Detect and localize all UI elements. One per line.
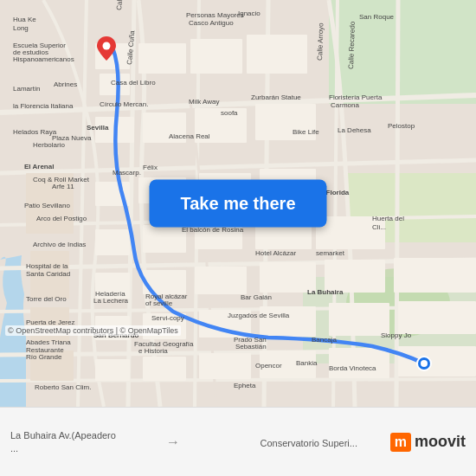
svg-text:Sebastián: Sebastián [235, 343, 267, 351]
svg-text:Hispanoamericanos: Hispanoamericanos [13, 55, 74, 63]
svg-point-134 [103, 42, 111, 50]
svg-text:Opencor: Opencor [255, 362, 282, 370]
svg-rect-22 [247, 35, 307, 74]
svg-text:Herbolario: Herbolario [33, 141, 65, 149]
svg-text:Pelostop: Pelostop [388, 122, 415, 130]
svg-text:Servi-copy: Servi-copy [151, 314, 184, 322]
svg-text:Zurbarán Statue: Zurbarán Statue [251, 93, 301, 101]
svg-text:la Florencia Italiana: la Florencia Italiana [13, 102, 74, 110]
svg-rect-52 [329, 348, 389, 378]
svg-rect-48 [95, 359, 130, 381]
svg-rect-38 [195, 267, 247, 294]
svg-text:Helados Raya: Helados Raya [13, 128, 57, 136]
svg-text:Félix: Félix [143, 164, 158, 171]
moovit-wordmark: moovit [415, 433, 466, 451]
svg-rect-50 [199, 353, 251, 379]
footer-arrow: → [119, 434, 227, 450]
svg-rect-31 [95, 229, 130, 255]
svg-rect-41 [394, 258, 476, 293]
svg-text:Epheta: Epheta [234, 382, 256, 389]
svg-text:La Buhaira: La Buhaira [307, 288, 344, 296]
svg-text:San Roque: San Roque [359, 13, 395, 21]
svg-text:soofa: soofa [221, 109, 238, 117]
map-container: Hua Ke Long Escuela Superior de estudios… [0, 0, 476, 407]
svg-text:Cli...: Cli... [372, 223, 386, 231]
svg-text:semarket: semarket [316, 249, 345, 257]
arrow-icon: → [166, 434, 180, 450]
take-me-there-button[interactable]: Take me there [149, 180, 326, 228]
origin-pin [97, 36, 116, 61]
destination-label: Conservatorio Superi... [260, 438, 357, 448]
svg-text:Roberto San Clim.: Roberto San Clim. [35, 383, 91, 391]
svg-text:of seville: of seville [145, 299, 173, 307]
svg-text:Huerta del: Huerta del [372, 215, 404, 222]
svg-text:Patio Sevillano: Patio Sevillano [24, 202, 70, 209]
svg-rect-53 [398, 346, 476, 376]
svg-text:Arco del Postigo: Arco del Postigo [36, 215, 87, 222]
svg-text:e Historia: e Historia [138, 347, 168, 355]
svg-rect-49 [143, 357, 186, 381]
svg-text:Abades Triana: Abades Triana [26, 338, 71, 346]
svg-text:Sevilla: Sevilla [87, 124, 109, 132]
svg-text:Alacena Real: Alacena Real [169, 132, 210, 140]
svg-text:Calle Arroyo: Calle Arroyo [316, 23, 325, 61]
svg-text:Juzgados de Sevilla: Juzgados de Sevilla [228, 312, 290, 319]
svg-text:Floristería Puerta: Floristería Puerta [329, 93, 383, 101]
moovit-m-icon: m [390, 433, 411, 452]
footer-origin: La Buhaira Av.(Apeadero ... [10, 429, 119, 454]
svg-text:Lamartín: Lamartín [13, 85, 41, 93]
footer: La Buhaira Av.(Apeadero ... → Conservato… [0, 407, 476, 476]
svg-line-17 [396, 0, 398, 407]
svg-text:Torre del Oro: Torre del Oro [26, 295, 67, 303]
svg-text:Bar Galán: Bar Galán [241, 293, 272, 301]
svg-text:Personas Mayores: Personas Mayores [186, 11, 244, 19]
svg-text:Casco Antiguo: Casco Antiguo [189, 19, 234, 27]
svg-text:Mascarp.: Mascarp. [113, 169, 141, 177]
svg-text:Casa del Libro: Casa del Libro [111, 79, 156, 87]
svg-text:Ignacio: Ignacio [238, 10, 261, 17]
svg-text:Long: Long [13, 24, 29, 32]
svg-point-133 [421, 360, 428, 367]
svg-rect-21 [190, 39, 242, 74]
svg-text:Santa Caridad: Santa Caridad [26, 270, 70, 278]
svg-text:Río Grande: Río Grande [26, 353, 62, 361]
svg-text:Hospital de la: Hospital de la [26, 262, 68, 270]
svg-rect-20 [138, 43, 186, 74]
svg-text:El Arenal: El Arenal [24, 163, 54, 170]
svg-text:Bankia: Bankia [296, 359, 318, 367]
origin-label: La Buhaira Av.(Apeadero ... [10, 429, 119, 454]
svg-text:Borda Vinoteca: Borda Vinoteca [329, 364, 376, 372]
svg-text:La Dehesa: La Dehesa [338, 126, 371, 134]
svg-text:Abrines: Abrines [54, 80, 77, 88]
svg-text:Milk Away: Milk Away [189, 98, 219, 106]
svg-text:La Lechera: La Lechera [93, 297, 129, 305]
svg-text:Carmona: Carmona [331, 101, 359, 109]
svg-text:Hua Ke: Hua Ke [13, 16, 36, 23]
copyright-text: © OpenStreetMap contributors | © OpenMap… [5, 325, 181, 336]
moovit-logo: m moovit [390, 433, 466, 452]
svg-text:Archivo de Indias: Archivo de Indias [33, 241, 86, 248]
svg-text:Bike Life: Bike Life [293, 128, 319, 136]
svg-text:Arfe 11: Arfe 11 [52, 183, 74, 190]
copyright-bar: © OpenStreetMap contributors | © OpenMap… [0, 324, 476, 338]
svg-text:Plaza Nueva: Plaza Nueva [52, 134, 92, 142]
svg-text:Círculo Mercan.: Círculo Mercan. [100, 100, 148, 108]
svg-text:Hotel Alcázar: Hotel Alcázar [255, 249, 296, 257]
svg-rect-32 [143, 225, 186, 253]
